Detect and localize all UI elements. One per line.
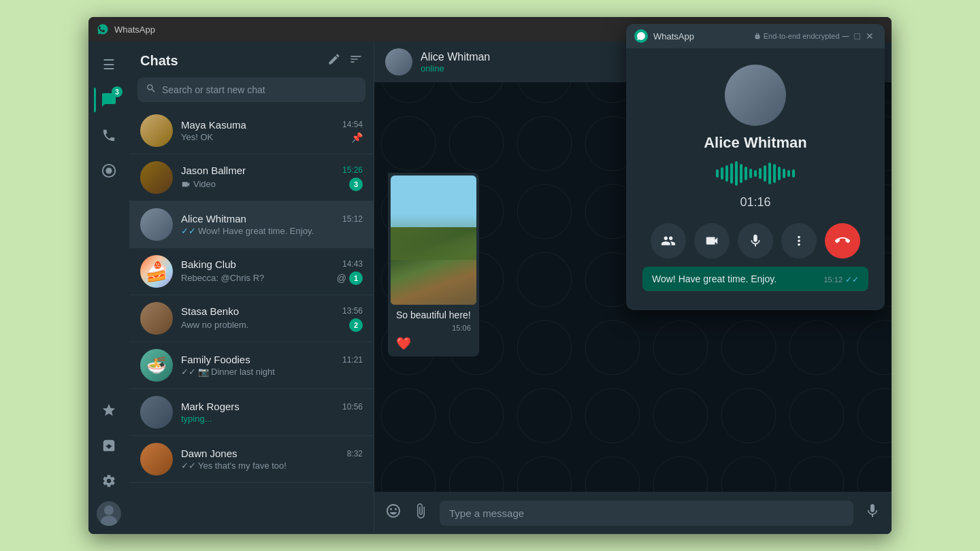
call-message-time: 15:12: [823, 276, 843, 284]
chat-list-header: Chats: [129, 41, 374, 75]
list-item[interactable]: Alice Whitman 15:12 ✓✓ Wow! Have great t…: [129, 201, 374, 248]
menu-icon[interactable]: ☰: [94, 50, 124, 80]
chat-info: Stasa Benko 13:56 Aww no problem. 2: [181, 305, 363, 332]
list-item[interactable]: Dawn Jones 8:32 ✓✓ Yes that's my fave to…: [129, 436, 374, 483]
chats-nav-icon[interactable]: 3: [94, 85, 124, 115]
chat-time: 14:43: [342, 259, 363, 269]
list-item[interactable]: 🍜 Family Foodies 11:21 ✓✓ 📷 Dinner last …: [129, 342, 374, 389]
wave-bar: [792, 169, 795, 178]
archived-nav-icon[interactable]: [94, 431, 124, 461]
chat-time: 8:32: [347, 449, 363, 458]
chat-time: 13:56: [342, 306, 363, 316]
list-item[interactable]: 🍰 Baking Club 14:43 Rebecca: @Chris R? @…: [129, 248, 374, 295]
call-message-meta: 15:12 ✓✓: [823, 275, 859, 284]
call-contact-name: Alice Whitman: [704, 134, 807, 152]
call-minimize-btn[interactable]: ─: [843, 31, 849, 41]
user-avatar-nav[interactable]: [97, 501, 121, 526]
message-bubble: So beautiful here! 15:06 ❤️: [388, 173, 479, 356]
sidebar: ☰ 3: [88, 41, 129, 534]
wave-bar: [725, 165, 728, 182]
wave-bar: [764, 165, 766, 182]
chat-name: Baking Club: [181, 258, 236, 270]
wave-bar: [778, 167, 781, 180]
call-whatsapp-logo: [634, 29, 648, 43]
chat-info: Alice Whitman 15:12 ✓✓ Wow! Have great t…: [181, 213, 363, 236]
call-waveform: [716, 160, 795, 187]
list-item[interactable]: Jason Ballmer 15:26 Video 3: [129, 154, 374, 201]
whatsapp-logo: [97, 23, 109, 35]
search-input[interactable]: [162, 84, 357, 95]
chat-time: 15:12: [342, 214, 363, 224]
more-options-btn[interactable]: [781, 223, 817, 258]
call-maximize-btn[interactable]: □: [855, 31, 860, 41]
avatar: [140, 443, 173, 475]
call-contact-avatar: [725, 65, 786, 126]
status-nav-icon[interactable]: [94, 156, 124, 186]
wave-bar: [730, 163, 733, 184]
chat-name: Family Foodies: [181, 354, 250, 365]
mic-toggle-btn[interactable]: [738, 223, 773, 258]
chat-info: Jason Ballmer 15:26 Video 3: [181, 165, 363, 191]
end-call-btn[interactable]: [825, 223, 860, 258]
chat-preview: Aww no problem.: [181, 320, 248, 330]
chat-preview: ✓✓ Yes that's my fave too!: [181, 461, 287, 471]
new-chat-icon[interactable]: [327, 52, 341, 69]
chat-info: Family Foodies 11:21 ✓✓ 📷 Dinner last ni…: [181, 354, 363, 377]
list-item[interactable]: Maya Kasuma 14:54 Yes! OK 📌: [129, 107, 374, 154]
chat-time: 11:21: [342, 355, 363, 365]
chat-preview: Yes! OK: [181, 132, 213, 142]
chat-name: Jason Ballmer: [181, 165, 246, 176]
chat-info: Maya Kasuma 14:54 Yes! OK 📌: [181, 119, 363, 143]
wave-bar: [783, 169, 785, 178]
message-input[interactable]: [440, 501, 853, 526]
wave-bar: [759, 168, 762, 179]
chats-title: Chats: [140, 53, 178, 69]
chat-time: 14:54: [342, 120, 363, 129]
avatar: [140, 302, 173, 335]
unread-badge: 3: [349, 178, 363, 191]
list-item[interactable]: Mark Rogers 10:56 typing...: [129, 389, 374, 436]
call-timer: 01:16: [740, 195, 770, 210]
filter-icon[interactable]: [349, 52, 363, 69]
message-caption: So beautiful here!: [396, 310, 471, 320]
call-close-btn[interactable]: ✕: [866, 31, 874, 41]
avatar: [140, 161, 173, 194]
participants-btn[interactable]: [651, 223, 686, 258]
chat-name: Stasa Benko: [181, 305, 239, 317]
wave-bar: [787, 170, 790, 177]
mic-icon[interactable]: [864, 503, 881, 523]
wave-bar: [745, 167, 747, 180]
call-message-check: ✓✓: [845, 275, 859, 284]
chat-name: Mark Rogers: [181, 401, 240, 412]
attach-icon[interactable]: [412, 503, 429, 523]
chat-list-panel: Chats: [129, 41, 374, 534]
video-call-toggle-btn[interactable]: [694, 223, 730, 258]
wave-bar: [740, 164, 742, 183]
call-last-message: Wow! Have great time. Enjoy. 15:12 ✓✓: [642, 267, 868, 291]
wave-bar: [716, 169, 719, 178]
chat-preview: Video: [181, 179, 216, 189]
chats-badge: 3: [112, 86, 122, 97]
chat-name: Dawn Jones: [181, 448, 238, 459]
search-bar[interactable]: [137, 78, 365, 102]
encryption-label: End-to-end endcrypted: [764, 32, 840, 40]
settings-nav-icon[interactable]: [94, 466, 124, 496]
avatar: [140, 114, 173, 147]
call-overlay: WhatsApp End-to-end endcrypted ─ □ ✕ Ali…: [626, 24, 885, 310]
emoji-icon[interactable]: [385, 503, 402, 523]
unread-badge: 2: [349, 318, 363, 332]
calls-nav-icon[interactable]: [94, 120, 124, 150]
chat-name: Alice Whitman: [181, 213, 246, 224]
call-chat-preview: Wow! Have great time. Enjoy. 15:12 ✓✓: [637, 267, 874, 297]
list-item[interactable]: Stasa Benko 13:56 Aww no problem. 2: [129, 295, 374, 342]
contact-avatar: [385, 48, 412, 76]
message-image: [391, 176, 476, 305]
chat-name: Maya Kasuma: [181, 119, 246, 131]
call-body: Alice Whitman 01:1: [626, 48, 885, 310]
chat-preview: ✓✓ Wow! Have great time. Enjoy.: [181, 226, 314, 236]
wave-bar: [768, 163, 771, 184]
call-title-bar: WhatsApp End-to-end endcrypted ─ □ ✕: [626, 24, 885, 48]
starred-nav-icon[interactable]: [94, 395, 124, 425]
avatar: 🍜: [140, 349, 173, 382]
chat-preview: typing...: [181, 414, 212, 424]
